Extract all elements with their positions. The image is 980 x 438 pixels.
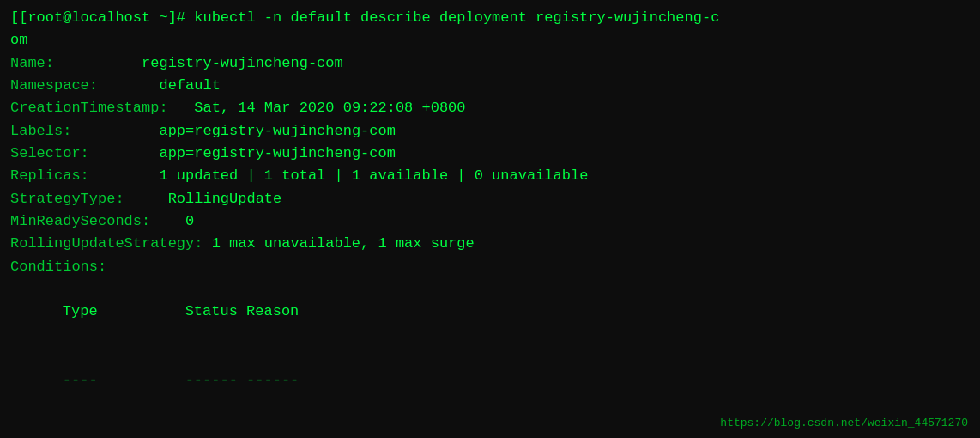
replicas-spacer [89,167,160,184]
name-label: Name: [10,55,54,71]
name-spacer [54,55,142,71]
creation-label: CreationTimestamp: [10,100,168,116]
labels-line: Labels: app=registry-wujincheng-com [10,120,970,143]
selector-line: Selector: app=registry-wujincheng-com [10,143,970,165]
conditions-type-div: ---- [63,372,98,388]
conditions-reason-div: ------ [246,372,299,388]
replicas-value: 1 updated | 1 total | 1 available | 0 un… [159,167,588,184]
command-line-1: [[root@localhost ~]# kubectl -n default … [10,7,970,29]
name-value: registry-wujincheng-com [142,55,343,71]
conditions-label: Conditions: [10,259,106,275]
conditions-header-line: Type Status Reason [10,278,970,346]
minready-value: 0 [185,213,194,229]
rollingstrategy-line: RollingUpdateStrategy: 1 max unavailable… [10,233,970,255]
rollingstrategy-value: 1 max unavailable, 1 max surge [212,235,475,252]
div-spacer1 [98,372,185,388]
conditions-divider-line: ---- ------ ------ [10,346,970,414]
selector-label: Selector: [10,145,89,161]
selector-value: app=registry-wujincheng-com [159,145,395,161]
conditions-status-div: ------ [185,372,238,388]
minready-label: MinReadySeconds: [10,213,150,229]
rollingstrategy-spacer [203,235,211,252]
conditions-status-header: Status [185,303,238,319]
strategy-line: StrategyType: RollingUpdate [10,188,970,210]
terminal-window: [[root@localhost ~]# kubectl -n default … [0,0,980,438]
conditions-line: Conditions: [10,256,970,278]
namespace-line: Namespace: default [10,75,970,97]
command-line-2: om [10,29,970,52]
header-spacer2 [238,303,246,319]
namespace-spacer [98,77,159,94]
labels-spacer [71,123,159,139]
header-spacer1 [98,303,185,319]
namespace-label: Namespace: [10,77,98,94]
creation-line: CreationTimestamp: Sat, 14 Mar 2020 09:2… [10,97,970,119]
strategy-label: StrategyType: [10,191,124,207]
labels-value: app=registry-wujincheng-com [159,123,395,139]
div-spacer2 [238,372,246,388]
rollingstrategy-label: RollingUpdateStrategy: [10,235,203,252]
labels-label: Labels: [10,123,71,139]
namespace-value: default [159,77,220,94]
strategy-spacer [124,191,168,207]
minready-spacer [150,213,185,229]
minready-line: MinReadySeconds: 0 [10,210,970,233]
creation-value: Sat, 14 Mar 2020 09:22:08 +0800 [194,100,465,116]
conditions-type-header: Type [63,303,98,319]
name-line: Name: registry-wujincheng-com [10,52,970,75]
replicas-label: Replicas: [10,167,89,184]
watermark: https://blog.csdn.net/weixin_44571270 [720,417,968,429]
replicas-line: Replicas: 1 updated | 1 total | 1 availa… [10,165,970,187]
selector-spacer [89,145,160,161]
creation-spacer [168,100,195,116]
conditions-reason-header: Reason [246,303,299,319]
strategy-value: RollingUpdate [168,191,282,207]
